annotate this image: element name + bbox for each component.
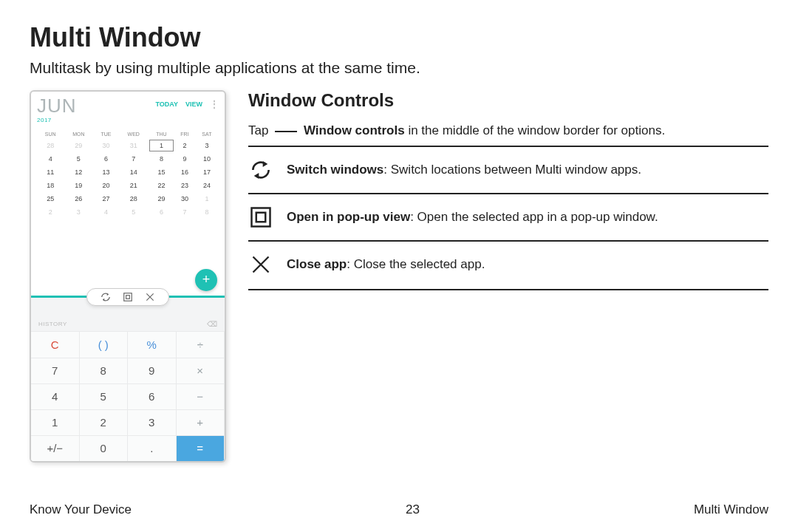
calendar-date-cell[interactable]: 8 xyxy=(195,205,219,219)
calendar-date-cell[interactable]: 2 xyxy=(174,139,195,152)
calendar-date-cell[interactable]: 1 xyxy=(149,139,174,152)
calc-key[interactable]: C xyxy=(31,331,80,357)
calculator-pane: HISTORY ⌫ C( )%÷789×456−123++/−0.= xyxy=(31,298,225,461)
more-icon[interactable]: ⋮ xyxy=(210,99,219,109)
calendar-day-header: SAT xyxy=(195,129,219,139)
calendar-date-cell[interactable]: 8 xyxy=(149,152,174,166)
calendar-date-cell[interactable]: 11 xyxy=(37,166,64,179)
calc-key[interactable]: ÷ xyxy=(177,331,225,357)
calendar-date-cell[interactable]: 1 xyxy=(195,192,219,205)
calc-key[interactable]: 7 xyxy=(31,358,80,383)
calendar-date-cell[interactable]: 13 xyxy=(93,166,118,179)
calc-key[interactable]: 0 xyxy=(80,435,129,461)
calendar-date-cell[interactable]: 28 xyxy=(119,192,149,205)
calendar-date-cell[interactable]: 10 xyxy=(195,152,219,166)
switch-windows-icon xyxy=(248,157,273,183)
calc-key[interactable]: + xyxy=(177,409,225,435)
calendar-date-cell[interactable]: 5 xyxy=(64,152,93,166)
calc-key[interactable]: − xyxy=(177,383,225,409)
calendar-date-cell[interactable]: 5 xyxy=(119,205,149,219)
calendar-day-header: SUN xyxy=(37,129,64,139)
calendar-year: 2017 xyxy=(37,117,77,123)
calc-key[interactable]: = xyxy=(177,435,225,461)
calc-key[interactable]: 4 xyxy=(31,383,80,409)
calendar-date-cell[interactable]: 6 xyxy=(93,152,118,166)
page-number: 23 xyxy=(406,502,420,517)
section-heading: Window Controls xyxy=(248,90,768,111)
window-divider[interactable] xyxy=(31,296,225,299)
calendar-date-cell[interactable]: 18 xyxy=(37,179,64,192)
calc-key[interactable]: 5 xyxy=(80,383,129,409)
calendar-day-header: FRI xyxy=(174,129,195,139)
control-row-close: Close app: Close the selected app. xyxy=(248,240,768,290)
calc-key[interactable]: 6 xyxy=(128,383,177,409)
calendar-date-cell[interactable]: 3 xyxy=(195,139,219,152)
calculator-history-label[interactable]: HISTORY xyxy=(38,321,67,327)
calendar-date-cell[interactable]: 14 xyxy=(119,166,149,179)
page-subtitle: Multitask by using multiple applications… xyxy=(30,59,768,77)
backspace-icon[interactable]: ⌫ xyxy=(207,320,218,328)
calendar-day-header: TUE xyxy=(93,129,118,139)
calendar-date-cell[interactable]: 26 xyxy=(64,192,93,205)
calendar-day-header: THU xyxy=(149,129,174,139)
control-row-popup: Open in pop-up view: Open the selected a… xyxy=(248,193,768,240)
switch-windows-icon[interactable] xyxy=(100,292,111,302)
calendar-date-cell[interactable]: 24 xyxy=(195,179,219,192)
calendar-date-cell[interactable]: 4 xyxy=(93,205,118,219)
close-icon xyxy=(248,252,273,277)
divider-line-icon xyxy=(275,131,297,132)
calendar-date-cell[interactable]: 19 xyxy=(64,179,93,192)
calendar-day-header: MON xyxy=(64,129,93,139)
calc-key[interactable]: × xyxy=(177,358,225,383)
close-icon[interactable] xyxy=(145,292,155,302)
calendar-pane: JUN 2017 TODAY VIEW ⋮ SUNMONTUEWEDTHUFRI… xyxy=(31,92,225,296)
calc-key[interactable]: ( ) xyxy=(80,331,129,357)
svg-rect-1 xyxy=(126,295,130,299)
calc-key[interactable]: +/− xyxy=(31,435,80,461)
calendar-date-cell[interactable]: 9 xyxy=(174,152,195,166)
calendar-date-cell[interactable]: 7 xyxy=(119,152,149,166)
footer-topic: Multi Window xyxy=(694,502,768,517)
calendar-date-cell[interactable]: 4 xyxy=(37,152,64,166)
footer-section: Know Your Device xyxy=(30,502,132,517)
calendar-date-cell[interactable]: 12 xyxy=(64,166,93,179)
control-row-switch: Switch windows: Switch locations between… xyxy=(248,146,768,193)
add-event-button[interactable]: + xyxy=(195,269,217,291)
calendar-view-button[interactable]: VIEW xyxy=(185,100,202,108)
phone-mockup: JUN 2017 TODAY VIEW ⋮ SUNMONTUEWEDTHUFRI… xyxy=(30,90,226,463)
calendar-grid: SUNMONTUEWEDTHUFRISAT 282930311234567891… xyxy=(37,129,219,219)
calendar-day-header: WED xyxy=(119,129,149,139)
calendar-date-cell[interactable]: 3 xyxy=(64,205,93,219)
calendar-date-cell[interactable]: 17 xyxy=(195,166,219,179)
calendar-date-cell[interactable]: 7 xyxy=(174,205,195,219)
calendar-date-cell[interactable]: 20 xyxy=(93,179,118,192)
calendar-date-cell[interactable]: 25 xyxy=(37,192,64,205)
calc-key[interactable]: % xyxy=(128,331,177,357)
calendar-date-cell[interactable]: 2 xyxy=(37,205,64,219)
calendar-date-cell[interactable]: 29 xyxy=(64,139,93,152)
calendar-date-cell[interactable]: 23 xyxy=(174,179,195,192)
calendar-date-cell[interactable]: 22 xyxy=(149,179,174,192)
plus-icon: + xyxy=(202,272,211,287)
calc-key[interactable]: 9 xyxy=(128,358,177,383)
calendar-date-cell[interactable]: 30 xyxy=(174,192,195,205)
calendar-date-cell[interactable]: 15 xyxy=(149,166,174,179)
calc-key[interactable]: 2 xyxy=(80,409,129,435)
window-controls-pill xyxy=(86,288,169,306)
calendar-date-cell[interactable]: 28 xyxy=(37,139,64,152)
calendar-date-cell[interactable]: 16 xyxy=(174,166,195,179)
svg-rect-0 xyxy=(124,293,132,301)
calendar-date-cell[interactable]: 6 xyxy=(149,205,174,219)
calendar-date-cell[interactable]: 31 xyxy=(119,139,149,152)
calc-key[interactable]: 1 xyxy=(31,409,80,435)
popup-view-icon[interactable] xyxy=(123,292,133,302)
calendar-today-button[interactable]: TODAY xyxy=(155,100,178,108)
calc-key[interactable]: 3 xyxy=(128,409,177,435)
calc-key[interactable]: . xyxy=(128,435,177,461)
calendar-date-cell[interactable]: 27 xyxy=(93,192,118,205)
calendar-date-cell[interactable]: 30 xyxy=(93,139,118,152)
calendar-date-cell[interactable]: 29 xyxy=(149,192,174,205)
calendar-date-cell[interactable]: 21 xyxy=(119,179,149,192)
calc-key[interactable]: 8 xyxy=(80,358,129,383)
page-title: Multi Window xyxy=(30,22,768,53)
